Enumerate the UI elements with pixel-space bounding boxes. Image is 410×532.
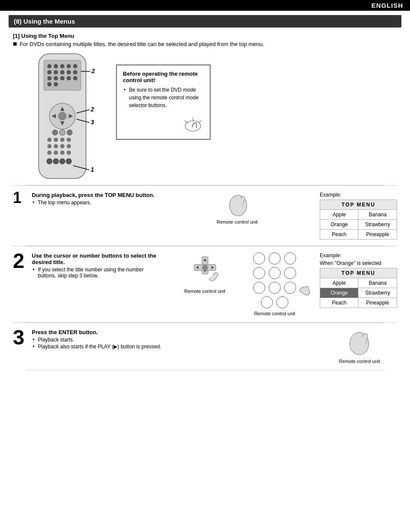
svg-point-34: [47, 138, 52, 142]
svg-point-5: [67, 64, 71, 68]
svg-point-6: [73, 64, 77, 68]
step1-section: 1 During playback, press the TOP MENU bu…: [13, 185, 397, 246]
remote-illustration-main: 2 2 3: [26, 52, 99, 185]
description-text: For DVDs containing multiple titles, the…: [20, 41, 264, 47]
svg-point-26: [58, 112, 67, 120]
top-menu-cell-banana-1: Banana: [358, 210, 397, 220]
step1-example-label: Example:: [320, 192, 341, 198]
step1-sub-text: The top menu appears.: [38, 200, 155, 206]
svg-point-10: [67, 70, 71, 74]
num-btn-8: [269, 282, 281, 294]
svg-point-40: [60, 144, 64, 148]
svg-point-45: [67, 151, 71, 155]
svg-point-43: [54, 151, 58, 155]
top-menu-title-cell-1: TOP MENU: [320, 200, 397, 210]
subsection-title: [1] Using the Top Menu: [13, 33, 397, 39]
svg-point-48: [59, 158, 65, 164]
svg-point-49: [66, 158, 72, 164]
before-item: Be sure to set the DVD mode using the re…: [129, 86, 204, 109]
svg-point-12: [47, 76, 52, 80]
svg-point-7: [47, 70, 52, 74]
hand-icon-num: [298, 281, 315, 298]
svg-point-44: [60, 151, 64, 155]
top-menu-cell-banana-2: Banana: [358, 278, 397, 288]
num-btn-10: [261, 296, 273, 308]
english-banner: ENGLISH: [0, 0, 410, 11]
step2-sub-text: If you select the title number using the…: [38, 267, 161, 279]
svg-point-17: [47, 82, 52, 86]
num-row-1: [253, 252, 296, 264]
step1-remote-label: Remote control unit: [217, 219, 257, 224]
svg-point-31: [52, 129, 58, 135]
step3-content: Press the ENTER button. Playback starts.…: [32, 329, 397, 364]
svg-point-46: [46, 158, 52, 164]
top-menu-row-2-3: Peach Pineapple: [320, 298, 397, 308]
svg-point-13: [54, 76, 58, 80]
before-title: Before operating the remote control unit…: [123, 71, 204, 83]
top-menu-row-1-2: Orange Strawberry: [320, 220, 397, 230]
svg-line-55: [198, 120, 202, 123]
svg-point-41: [67, 144, 71, 148]
description-line: ■ For DVDs containing multiple titles, t…: [13, 41, 397, 47]
svg-text:3: 3: [91, 119, 94, 126]
top-menu-cell-apple-1: Apple: [320, 210, 358, 220]
step3-remote-label: Remote control unit: [339, 359, 380, 364]
svg-point-3: [54, 64, 58, 68]
svg-point-4: [60, 64, 64, 68]
num-row-2: [253, 267, 296, 279]
svg-point-38: [47, 144, 52, 148]
step1-main-text: During playback, press the TOP MENU butt…: [32, 192, 155, 198]
step3-sub-text-2: Playback also starts if the PLAY (▶) but…: [38, 344, 161, 350]
top-menu-cell-pineapple-2: Pineapple: [358, 298, 397, 308]
svg-point-35: [54, 138, 58, 142]
svg-point-15: [67, 76, 71, 80]
num-row-3: [253, 282, 296, 294]
step1-number: 1: [13, 190, 32, 206]
top-menu-cell-apple-2: Apple: [320, 278, 358, 288]
step3-main-text: Press the ENTER button.: [32, 329, 161, 335]
remote-svg-main: 2 2 3: [26, 52, 99, 185]
svg-text:2: 2: [91, 68, 95, 74]
svg-point-63: [202, 264, 208, 271]
svg-point-33: [67, 129, 73, 135]
svg-point-14: [60, 76, 64, 80]
top-menu-cell-peach-1: Peach: [320, 230, 358, 240]
svg-point-8: [54, 70, 58, 74]
num-btn-9: [284, 282, 296, 294]
top-menu-row-1-1: Apple Banana: [320, 210, 397, 220]
dpad-icon-step2: [190, 252, 220, 287]
step2-example-label: Example:: [320, 252, 341, 258]
step2-example-when: When "Orange" is selected: [320, 260, 381, 266]
num-btn-6: [284, 267, 296, 279]
top-menu-cell-pineapple-1: Pineapple: [358, 230, 397, 240]
svg-line-54: [184, 120, 188, 123]
svg-point-11: [73, 70, 77, 74]
remote-hand-icon-step1: [224, 192, 250, 218]
num-btn-3: [284, 252, 296, 264]
step2-content: Use the cursor or number buttons to sele…: [32, 252, 397, 316]
num-btn-4: [253, 267, 265, 279]
num-btn-2: [269, 252, 281, 264]
top-menu-row-1-3: Peach Pineapple: [320, 230, 397, 240]
svg-point-39: [54, 144, 58, 148]
top-menu-table-2: TOP MENU Apple Banana Orange Strawberry …: [320, 268, 397, 308]
num-row-4: [261, 296, 288, 308]
selector-icon: [180, 115, 204, 132]
top-menu-cell-orange-2-highlighted: Orange: [320, 288, 358, 298]
step3-inner: 3 Press the ENTER button. Playback start…: [13, 329, 397, 364]
top-menu-row-2-1: Apple Banana: [320, 278, 397, 288]
num-btn-7: [253, 282, 265, 294]
top-menu-title-cell-2: TOP MENU: [320, 268, 397, 278]
divider-bottom: [26, 370, 384, 370]
top-menu-2-container: Example: When "Orange" is selected TOP M…: [320, 252, 397, 308]
top-menu-row-2-2: Orange Strawberry: [320, 288, 397, 298]
top-menu-cell-strawberry-1: Strawberry: [358, 220, 397, 230]
top-menu-1-container: Example: TOP MENU Apple Banana Orange St…: [320, 192, 397, 240]
svg-point-16: [73, 76, 77, 80]
top-menu-cell-peach-2: Peach: [320, 298, 358, 308]
step2-remote-label2: Remote control unit: [254, 311, 295, 316]
svg-point-32: [59, 129, 65, 135]
step1-content: During playback, press the TOP MENU butt…: [32, 192, 397, 240]
num-btn-1: [253, 252, 265, 264]
before-box: Before operating the remote control unit…: [116, 65, 211, 140]
